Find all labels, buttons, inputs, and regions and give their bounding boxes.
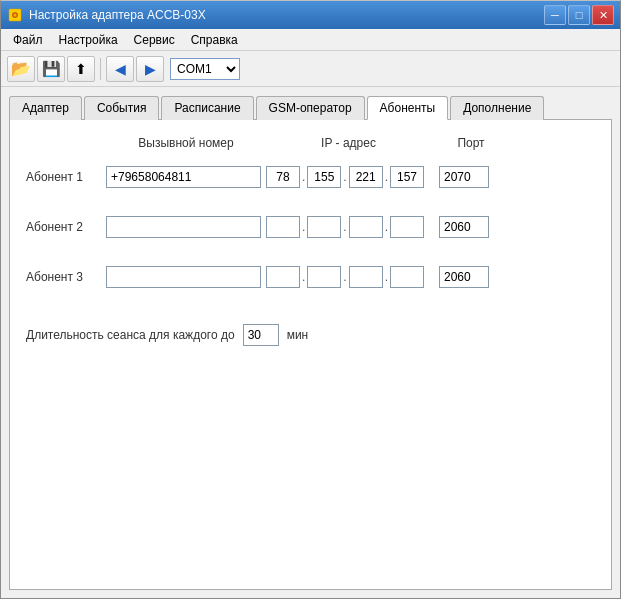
subscriber-2-phone[interactable] [106, 216, 261, 238]
subscriber-1-ip: . . . [266, 166, 431, 188]
com-port-selector[interactable]: COM1 COM2 COM3 COM4 [170, 58, 240, 80]
maximize-button[interactable]: □ [568, 5, 590, 25]
ip-dot-6: . [385, 220, 388, 234]
ip-dot-8: . [343, 270, 346, 284]
open-icon: 📂 [11, 59, 31, 78]
title-bar: Настройка адаптера ACCB-03X ─ □ ✕ [1, 1, 620, 29]
minimize-button[interactable]: ─ [544, 5, 566, 25]
svg-point-2 [14, 14, 17, 17]
header-ip: IP - адрес [266, 136, 431, 150]
open-button[interactable]: 📂 [7, 56, 35, 82]
header-port: Порт [431, 136, 511, 150]
ip-dot-2: . [343, 170, 346, 184]
close-button[interactable]: ✕ [592, 5, 614, 25]
subscriber-2-ip4[interactable] [390, 216, 424, 238]
upload-button[interactable]: ⬆ [67, 56, 95, 82]
subscriber-3-phone[interactable] [106, 266, 261, 288]
toolbar: 📂 💾 ⬆ ◀ ▶ COM1 COM2 COM3 COM4 [1, 51, 620, 87]
ip-dot-5: . [343, 220, 346, 234]
subscriber-1-ip4[interactable] [390, 166, 424, 188]
subscriber-3-ip3[interactable] [349, 266, 383, 288]
subscriber-2-ip: . . . [266, 216, 431, 238]
menubar: Файл Настройка Сервис Справка [1, 29, 620, 51]
ip-dot-4: . [302, 220, 305, 234]
tab-adapter[interactable]: Адаптер [9, 96, 82, 120]
main-content: Адаптер События Расписание GSM-оператор … [1, 87, 620, 598]
tab-schedule[interactable]: Расписание [161, 96, 253, 120]
menu-service[interactable]: Сервис [126, 31, 183, 49]
subscriber-1-ip3[interactable] [349, 166, 383, 188]
window-icon [7, 7, 23, 23]
com-select-input[interactable]: COM1 COM2 COM3 COM4 [170, 58, 240, 80]
back-icon: ◀ [115, 61, 126, 77]
tab-bar: Адаптер События Расписание GSM-оператор … [9, 95, 612, 120]
save-icon: 💾 [42, 60, 61, 78]
toolbar-sep [100, 58, 101, 80]
ip-dot-7: . [302, 270, 305, 284]
subscriber-3-label: Абонент 3 [26, 270, 106, 284]
subscriber-3-ip1[interactable] [266, 266, 300, 288]
column-headers: Вызывной номер IP - адрес Порт [26, 136, 595, 150]
tab-content-subscribers: Вызывной номер IP - адрес Порт Абонент 1… [9, 120, 612, 590]
menu-help[interactable]: Справка [183, 31, 246, 49]
forward-icon: ▶ [145, 61, 156, 77]
upload-icon: ⬆ [75, 61, 87, 77]
subscriber-2-ip3[interactable] [349, 216, 383, 238]
subscriber-3-port[interactable] [439, 266, 489, 288]
header-phone: Вызывной номер [106, 136, 266, 150]
subscriber-3-ip: . . . [266, 266, 431, 288]
session-unit: мин [287, 328, 309, 342]
ip-dot-1: . [302, 170, 305, 184]
main-window: Настройка адаптера ACCB-03X ─ □ ✕ Файл Н… [0, 0, 621, 599]
menu-file[interactable]: Файл [5, 31, 51, 49]
tab-subscribers[interactable]: Абоненты [367, 96, 449, 120]
subscriber-1-phone[interactable] [106, 166, 261, 188]
session-label: Длительность сеанса для каждого до [26, 328, 235, 342]
session-row: Длительность сеанса для каждого до мин [26, 324, 595, 346]
subscriber-2-ip2[interactable] [307, 216, 341, 238]
subscriber-3-ip2[interactable] [307, 266, 341, 288]
subscriber-row-3: Абонент 3 . . . [26, 258, 595, 296]
window-controls: ─ □ ✕ [544, 5, 614, 25]
back-button[interactable]: ◀ [106, 56, 134, 82]
forward-button[interactable]: ▶ [136, 56, 164, 82]
subscriber-1-port[interactable] [439, 166, 489, 188]
subscriber-row-1: Абонент 1 . . . [26, 158, 595, 196]
subscriber-1-ip1[interactable] [266, 166, 300, 188]
tab-gsm[interactable]: GSM-оператор [256, 96, 365, 120]
subscriber-3-ip4[interactable] [390, 266, 424, 288]
tab-events[interactable]: События [84, 96, 160, 120]
menu-settings[interactable]: Настройка [51, 31, 126, 49]
tab-extra[interactable]: Дополнение [450, 96, 544, 120]
window-title: Настройка адаптера ACCB-03X [29, 8, 538, 22]
subscriber-1-label: Абонент 1 [26, 170, 106, 184]
session-input[interactable] [243, 324, 279, 346]
ip-dot-9: . [385, 270, 388, 284]
subscriber-2-ip1[interactable] [266, 216, 300, 238]
subscriber-1-ip2[interactable] [307, 166, 341, 188]
save-button[interactable]: 💾 [37, 56, 65, 82]
subscriber-2-label: Абонент 2 [26, 220, 106, 234]
subscriber-2-port[interactable] [439, 216, 489, 238]
ip-dot-3: . [385, 170, 388, 184]
subscriber-row-2: Абонент 2 . . . [26, 208, 595, 246]
